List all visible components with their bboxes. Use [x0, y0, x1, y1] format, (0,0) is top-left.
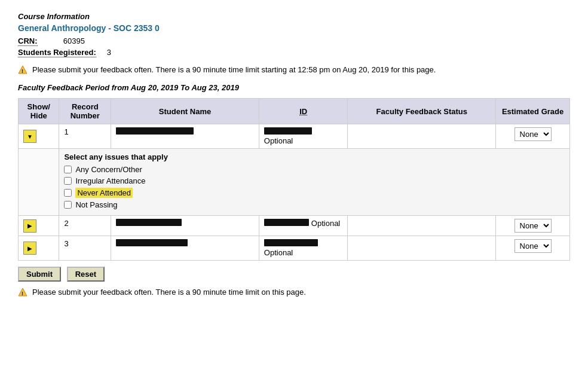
issue-label: Any Concern/Other — [75, 165, 142, 174]
record-number-cell: 1 — [59, 124, 111, 149]
th-record-number: Record Number — [59, 99, 111, 124]
estimated-grade-cell: NoneABCDF — [496, 124, 570, 149]
issues-cell: Select any issues that applyAny Concern/… — [59, 149, 570, 216]
form-buttons: Submit Reset — [18, 267, 570, 282]
feedback-status-cell: Optional — [264, 248, 293, 257]
issue-label: Never Attended — [75, 188, 133, 198]
student-id-cell: Optional — [259, 124, 348, 149]
faculty-feedback-status-cell — [348, 124, 496, 149]
collapse-button[interactable]: ▼ — [23, 130, 36, 143]
table-row: ▶2OptionalNoneABCDF — [19, 216, 570, 236]
record-number-cell: 3 — [59, 236, 111, 261]
record-number-cell: 2 — [59, 216, 111, 236]
table-row: ▶3OptionalNoneABCDF — [19, 236, 570, 261]
feedback-status-cell: Optional — [264, 136, 293, 145]
feedback-status-cell: Optional — [311, 219, 340, 228]
faculty-feedback-status-cell — [348, 236, 496, 261]
grade-select[interactable]: NoneABCDF — [514, 219, 552, 233]
crn-label: CRN: — [18, 36, 38, 46]
warning-top-text: Please submit your feedback often. There… — [32, 65, 436, 74]
expand-button[interactable]: ▶ — [23, 219, 36, 233]
warning-bottom-icon: ! — [18, 288, 27, 297]
student-name-cell — [111, 124, 259, 149]
warning-bottom: ! Please submit your feedback often. The… — [18, 288, 570, 297]
crn-value: 60395 — [63, 36, 85, 45]
expand-button[interactable]: ▶ — [23, 242, 36, 255]
warning-icon: ! — [18, 65, 27, 75]
warning-bottom-text: Please submit your feedback often. There… — [32, 288, 306, 297]
students-row: Students Registered: 3 — [18, 48, 111, 57]
student-name-cell — [111, 216, 259, 236]
estimated-grade-cell: NoneABCDF — [496, 236, 570, 261]
issue-checkbox[interactable] — [64, 189, 72, 197]
course-info-title: Course Information — [18, 12, 570, 21]
svg-text:!: ! — [22, 68, 23, 74]
th-show-hide: Show/ Hide — [19, 99, 59, 124]
course-name: General Anthropology - SOC 2353 0 — [18, 23, 570, 33]
students-label: Students Registered: — [18, 48, 96, 57]
issue-item: Any Concern/Other — [64, 165, 565, 174]
table-row: ▼1OptionalNoneABCDF — [19, 124, 570, 149]
submit-button[interactable]: Submit — [18, 267, 61, 282]
warning-top: ! Please submit your feedback often. The… — [18, 65, 570, 75]
issue-checkbox[interactable] — [64, 201, 72, 209]
issue-item: Not Passing — [64, 200, 565, 209]
svg-text:!: ! — [22, 291, 23, 297]
feedback-table: Show/ Hide Record Number Student Name ID… — [18, 98, 570, 261]
student-id-cell: Optional — [259, 236, 348, 261]
issue-item: Irregular Attendance — [64, 176, 565, 185]
student-id-cell: Optional — [259, 216, 348, 236]
estimated-grade-cell: NoneABCDF — [496, 216, 570, 236]
crn-row: CRN: 60395 — [18, 36, 85, 45]
grade-select[interactable]: NoneABCDF — [514, 127, 552, 141]
issue-item: Never Attended — [64, 188, 565, 198]
faculty-feedback-status-cell — [348, 216, 496, 236]
reset-button[interactable]: Reset — [67, 267, 105, 282]
issues-row: Select any issues that applyAny Concern/… — [19, 149, 570, 216]
th-student-name: Student Name — [111, 99, 259, 124]
issue-checkbox[interactable] — [64, 166, 72, 173]
th-estimated-grade: Estimated Grade — [496, 99, 570, 124]
issue-checkbox[interactable] — [64, 177, 72, 185]
students-value: 3 — [107, 48, 111, 57]
feedback-period-label: Faculty Feedback Period from Aug 20, 201… — [18, 83, 570, 92]
course-info-section: Course Information General Anthropology … — [18, 12, 570, 57]
issue-label: Not Passing — [75, 200, 117, 209]
th-id: ID — [259, 99, 348, 124]
issues-title: Select any issues that apply — [64, 152, 565, 161]
th-faculty-feedback-status: Faculty Feedback Status — [348, 99, 496, 124]
issue-label: Irregular Attendance — [75, 176, 145, 185]
student-name-cell — [111, 236, 259, 261]
grade-select[interactable]: NoneABCDF — [514, 239, 552, 253]
